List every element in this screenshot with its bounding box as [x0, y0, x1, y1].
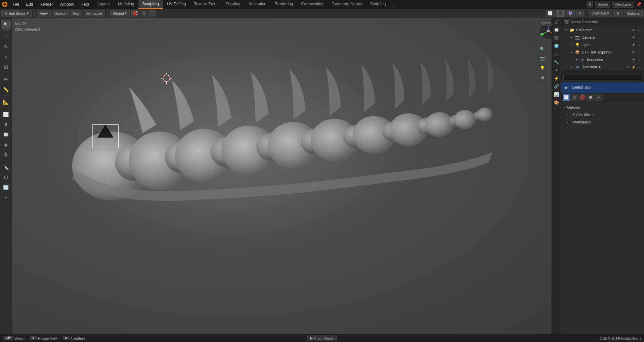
prop-view-layer-icon-btn[interactable]: 🔲 — [553, 26, 560, 34]
snap-btn[interactable]: 🧲 — [131, 10, 139, 17]
measure-tool-btn[interactable]: 📐 — [1, 97, 11, 107]
select-box-icon-1[interactable]: ⬜ — [563, 94, 570, 101]
move-tool-btn[interactable]: ↔ — [1, 32, 11, 41]
header-engine-icon[interactable]: ⚙ — [587, 1, 593, 8]
armature-btn[interactable]: Armature — [84, 10, 105, 17]
mode-select-btn[interactable]: ⊞ Edit Mode ▾ — [1, 10, 32, 17]
rootnode-icon2[interactable]: ⚡ — [631, 65, 636, 69]
select-box-header[interactable]: ▶ Select Box — [561, 82, 644, 93]
gltf-expand-icon[interactable]: ▸ — [569, 50, 573, 54]
annotate-tool-btn[interactable]: ✏ — [1, 75, 11, 84]
rotate-tool-btn[interactable]: ↻ — [1, 42, 11, 51]
outliner-row-rootnode[interactable]: ▸ ⊕ RootNode.0 👁 ⚡ ⬦ — [561, 63, 644, 71]
tab-texture-paint[interactable]: Texture Paint — [190, 0, 222, 9]
menu-item-window[interactable]: Window — [56, 0, 77, 9]
viewport[interactable]: fps: 24 (205) skeletal.3 — [12, 18, 561, 334]
rootnode-render-icon[interactable]: ⬦ — [637, 65, 641, 69]
add-cube-btn[interactable]: ⬜ — [1, 110, 11, 119]
outliner-row-light[interactable]: ▸ 💡 Light 👁 ⬦ — [561, 41, 644, 48]
outliner-row-gltf[interactable]: ▸ 📦 glTF_not_exported 👁 ⬦ — [561, 48, 644, 56]
select-box-icon-4[interactable]: ⬢ — [587, 94, 594, 101]
prop-particles-icon-btn[interactable]: ✦ — [553, 67, 560, 74]
options-header[interactable]: ▾ Options — [561, 104, 644, 111]
transform-tool-btn[interactable]: ⊞ — [1, 62, 11, 72]
camera-expand-icon[interactable]: ▸ — [569, 35, 573, 39]
prop-constraints-icon-btn[interactable]: 🔗 — [553, 83, 560, 90]
rootnode-expand-icon[interactable]: ▸ — [569, 65, 573, 69]
extrude-btn[interactable]: ⬆ — [1, 120, 11, 129]
prop-object-icon-btn[interactable]: ⬡ — [553, 50, 560, 58]
select-tool-btn[interactable] — [1, 20, 11, 29]
zoom-in-btn[interactable]: 🔍 — [538, 45, 546, 53]
workspace-row[interactable]: ▸ Workspace — [561, 118, 644, 126]
scale-tool-btn[interactable]: ⤡ — [1, 52, 11, 62]
spin-btn[interactable]: 🔄 — [1, 183, 11, 192]
prop-modifier-icon-btn[interactable]: 🔧 — [553, 59, 560, 66]
camera-view-btn[interactable]: 📷 — [538, 54, 546, 63]
camera-render-icon[interactable]: ⬦ — [637, 35, 641, 40]
tab-add[interactable]: + — [390, 4, 398, 9]
status-anim-player[interactable]: ▶ Anim Player — [307, 335, 337, 341]
solid-btn[interactable]: ⬛ — [556, 10, 565, 17]
tab-scripting[interactable]: Scripting — [366, 0, 390, 9]
light-render-icon[interactable]: ⬦ — [637, 42, 641, 47]
tab-sculpting[interactable]: Sculpting — [138, 0, 163, 9]
view-btn[interactable]: View — [37, 10, 51, 17]
annotate-line-btn[interactable]: 📏 — [1, 85, 11, 94]
falloff-btn[interactable]: ⌒ — [148, 10, 156, 17]
transform-btn[interactable]: Global ▾ — [110, 10, 130, 17]
prop-physics-icon-btn[interactable]: ⚡ — [553, 75, 560, 82]
loop-cut-btn[interactable]: ➕ — [1, 150, 11, 159]
icosphere-visibility-icon[interactable]: 👁 — [631, 57, 636, 62]
tab-compositing[interactable]: Compositing — [297, 0, 328, 9]
prop-output-icon-btn[interactable]: 🖨 — [553, 18, 560, 26]
light-expand-icon[interactable]: ▸ — [569, 43, 573, 47]
select-btn[interactable]: Select — [52, 10, 69, 17]
prop-material-icon-btn[interactable]: 🎨 — [553, 99, 560, 106]
blender-logo[interactable] — [0, 0, 9, 9]
smooth-btn[interactable]: ~ — [1, 193, 11, 202]
menu-item-render[interactable]: Render — [36, 0, 56, 9]
prop-data-icon-btn[interactable]: 📊 — [553, 91, 560, 98]
rendered-btn[interactable]: ☀ — [576, 10, 584, 17]
tab-shading[interactable]: Shading — [222, 0, 245, 9]
poly-build-btn[interactable]: ⬡ — [1, 173, 11, 182]
add-btn[interactable]: Add — [70, 10, 83, 17]
knife-tool-btn[interactable]: 🔪 — [1, 162, 11, 172]
tab-uv-editing[interactable]: UV Editing — [163, 0, 190, 9]
icosphere-expand-icon[interactable]: ▸ — [575, 58, 579, 62]
gltf-render-icon[interactable]: ⬦ — [637, 50, 641, 54]
select-box-icon-2[interactable]: ⬡ — [571, 94, 578, 101]
menu-item-file[interactable]: File — [9, 0, 23, 9]
overlay-btn[interactable]: Overlays ▾ — [589, 10, 612, 17]
prop-scene-icon-btn[interactable]: 🎬 — [553, 34, 560, 42]
outliner-row-icosphere[interactable]: ▸ ◎ Icosphere 👁 ⬦ — [561, 56, 644, 63]
collection-expand-icon[interactable]: ▾ — [564, 28, 568, 32]
light-visibility-icon[interactable]: 👁 — [631, 42, 636, 47]
collection-render-icon[interactable]: ⬦ — [637, 28, 641, 32]
outliner-row-camera[interactable]: ▸ 📷 Camera 👁 ⬦ — [561, 34, 644, 41]
grid-btn[interactable]: ⊞ — [538, 73, 546, 81]
select-box-icon-3[interactable]: ⭕ — [579, 94, 586, 101]
tab-layout[interactable]: Layout — [94, 0, 114, 9]
gltf-visibility-icon[interactable]: 👁 — [631, 50, 636, 54]
collection-visibility-icon[interactable]: 👁 — [631, 28, 636, 32]
options-header-btn[interactable]: Options — [624, 10, 643, 17]
light-btn[interactable]: 💡 — [538, 64, 546, 72]
header-scene-label[interactable]: Scene — [595, 1, 610, 8]
tools-search-input[interactable] — [563, 74, 642, 80]
x-axis-mirror-row[interactable]: ▸ X-Axis Mirror — [561, 111, 644, 118]
wireframe-btn[interactable]: ⬜ — [546, 10, 555, 17]
tab-animation[interactable]: Animation — [245, 0, 270, 9]
tab-rendering[interactable]: Rendering — [270, 0, 297, 9]
outliner-row-collection[interactable]: ▾ 📁 Collection 👁 ⬦ — [561, 26, 644, 34]
rootnode-visibility-icon[interactable]: 👁 — [626, 65, 631, 69]
material-preview-btn[interactable]: 🔮 — [566, 10, 575, 17]
bevel-btn[interactable]: ◈ — [1, 140, 11, 149]
prop-world-icon-btn[interactable]: 🌍 — [553, 42, 560, 50]
header-pin-icon[interactable]: 📌 — [636, 2, 641, 7]
header-view-layer-label[interactable]: ViewLayer — [612, 1, 634, 8]
menu-item-help[interactable]: Help — [77, 0, 92, 9]
menu-item-edit[interactable]: Edit — [23, 0, 36, 9]
proportional-btn[interactable]: ⊙ — [141, 10, 147, 17]
